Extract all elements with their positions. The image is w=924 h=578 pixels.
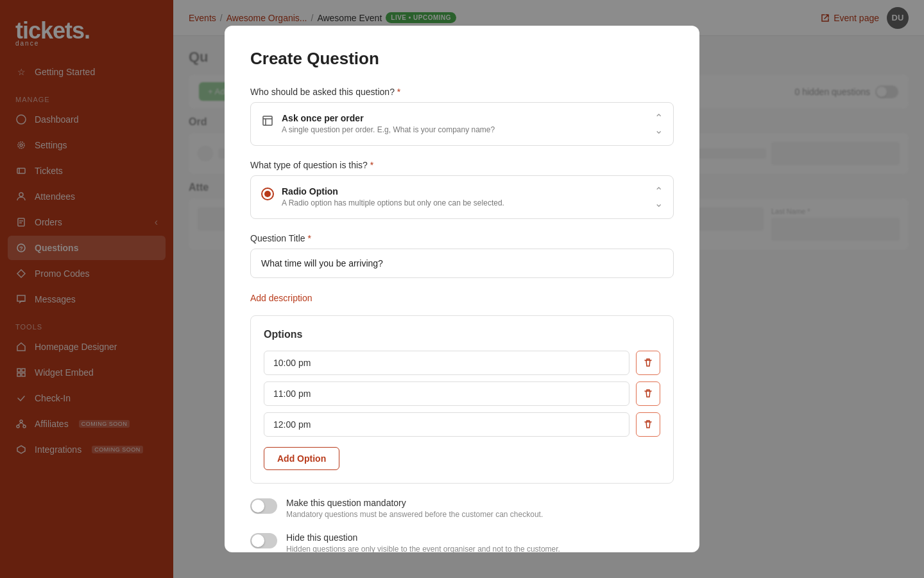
radio-option-icon xyxy=(261,188,274,200)
chevron-up-down-icon: ⌃⌄ xyxy=(654,112,663,136)
options-box: Options xyxy=(250,315,674,484)
hide-toggle-row: Hide this question Hidden questions are … xyxy=(250,532,674,552)
modal: Create Question Who should be asked this… xyxy=(225,26,699,552)
option-input-1[interactable] xyxy=(264,351,629,375)
option-row-1 xyxy=(264,351,660,375)
svg-rect-19 xyxy=(263,116,272,125)
type-group: What type of question is this? * Radio O… xyxy=(250,160,674,219)
options-group: Options xyxy=(250,315,674,484)
trash-icon-3 xyxy=(643,419,653,430)
hide-toggle[interactable] xyxy=(250,533,277,548)
mandatory-label: Make this question mandatory xyxy=(286,498,543,508)
type-option-desc: A Radio option has multiple options but … xyxy=(282,198,504,207)
option-row-2 xyxy=(264,381,660,406)
hide-description: Hidden questions are only visible to the… xyxy=(286,545,560,552)
who-option-desc: A single question per order. E.g, What i… xyxy=(282,125,495,134)
modal-title: Create Question xyxy=(250,49,674,69)
question-title-label: Question Title * xyxy=(250,233,674,243)
type-select[interactable]: Radio Option A Radio option has multiple… xyxy=(250,175,674,219)
option-input-3[interactable] xyxy=(264,412,629,437)
mandatory-toggle-row: Make this question mandatory Mandatory q… xyxy=(250,498,674,520)
option-row-3 xyxy=(264,412,660,437)
delete-option-2-button[interactable] xyxy=(636,381,660,406)
delete-option-3-button[interactable] xyxy=(636,412,660,437)
trash-icon-2 xyxy=(643,389,653,399)
mandatory-description: Mandatory questions must be answered bef… xyxy=(286,510,543,519)
type-label: What type of question is this? * xyxy=(250,160,674,170)
mandatory-toggle[interactable] xyxy=(250,498,277,514)
question-title-group: Question Title * xyxy=(250,233,674,278)
who-label: Who should be asked this question? * xyxy=(250,87,674,97)
chevron-updown-icon-2: ⌃⌄ xyxy=(654,185,663,209)
who-group: Who should be asked this question? * Ask… xyxy=(250,87,674,146)
add-description-container: Add description xyxy=(250,292,674,304)
type-option-title: Radio Option xyxy=(282,186,504,197)
add-option-button[interactable]: Add Option xyxy=(264,447,339,470)
who-option-title: Ask once per order xyxy=(282,113,495,123)
options-title: Options xyxy=(264,329,660,340)
delete-option-1-button[interactable] xyxy=(636,351,660,375)
add-description-link[interactable]: Add description xyxy=(250,293,312,303)
order-icon xyxy=(261,114,274,130)
question-title-input[interactable] xyxy=(250,249,674,278)
who-select[interactable]: Ask once per order A single question per… xyxy=(250,102,674,146)
hide-label: Hide this question xyxy=(286,532,560,543)
trash-icon-1 xyxy=(643,358,653,368)
main-content: Events / Awesome Organis... / Awesome Ev… xyxy=(173,0,924,578)
option-input-2[interactable] xyxy=(264,381,629,406)
modal-overlay: Create Question Who should be asked this… xyxy=(173,0,924,578)
